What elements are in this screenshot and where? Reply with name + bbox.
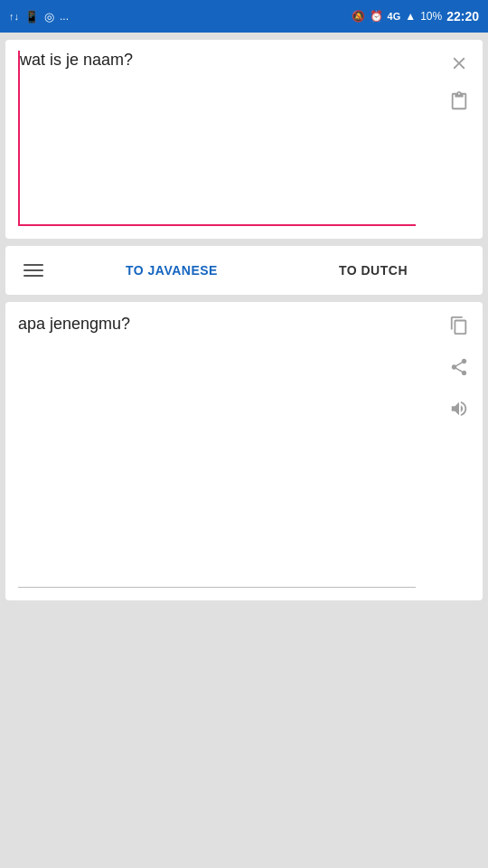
close-icon (449, 53, 469, 73)
data-icon: ↑↓ (9, 11, 19, 22)
whatsapp-icon: 📱 (24, 10, 39, 24)
output-section: apa jenengmu? (5, 302, 483, 600)
share-icon (449, 357, 469, 377)
copy-icon (449, 316, 469, 335)
status-bar-right: 🔕 ⏰ 4G ▲ 10% 22:20 (352, 9, 479, 24)
translated-text: apa jenengmu? (18, 315, 470, 587)
status-bar-left: ↑↓ 📱 ◎ ... (9, 10, 69, 24)
tab-to-javanese[interactable]: TO JAVANESE (117, 258, 227, 283)
hamburger-line-2 (23, 269, 43, 271)
share-button[interactable] (445, 353, 474, 382)
clipboard-icon (449, 91, 469, 111)
toolbar: TO JAVANESE TO DUTCH (5, 246, 483, 295)
tab-to-dutch[interactable]: TO DUTCH (330, 258, 417, 283)
input-section (5, 40, 483, 239)
source-text-input[interactable] (18, 51, 437, 224)
copy-button[interactable] (445, 311, 474, 340)
lte-icon: 4G (388, 11, 401, 22)
status-bar: ↑↓ 📱 ◎ ... 🔕 ⏰ 4G ▲ 10% 22:20 (0, 0, 488, 33)
language-tabs: TO JAVANESE TO DUTCH (65, 258, 468, 283)
alarm-icon: ⏰ (370, 10, 383, 23)
silent-icon: 🔕 (352, 10, 365, 23)
battery-label: 10% (420, 10, 442, 23)
volume-icon (449, 399, 469, 419)
hamburger-line-1 (23, 264, 43, 266)
output-underline (18, 587, 416, 588)
paste-button[interactable] (445, 87, 474, 116)
speak-button[interactable] (445, 394, 474, 423)
input-actions (445, 49, 474, 116)
signal-icon: ▲ (405, 10, 416, 23)
output-actions (445, 311, 474, 423)
menu-button[interactable] (20, 260, 47, 280)
clear-button[interactable] (445, 49, 474, 78)
hamburger-line-3 (23, 275, 43, 277)
more-icon: ... (60, 10, 69, 23)
time-display: 22:20 (446, 9, 479, 24)
camera-icon: ◎ (44, 10, 54, 24)
